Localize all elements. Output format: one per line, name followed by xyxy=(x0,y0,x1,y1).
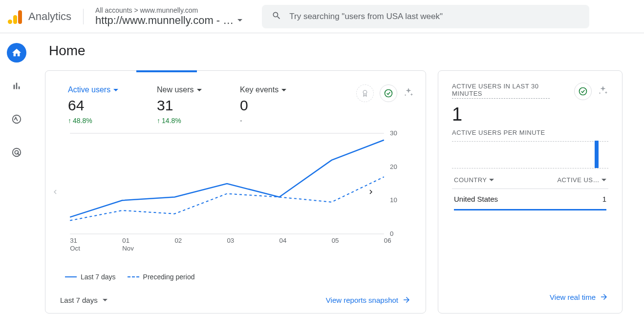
svg-text:Oct: Oct xyxy=(70,245,80,252)
sidebar-item-explore[interactable] xyxy=(7,109,26,129)
realtime-title: ACTIVE USERS IN LAST 30 MINUTES xyxy=(452,83,550,99)
line-chart: 010203031Oct01Nov0203040506 xyxy=(45,125,426,273)
metric-label-text: Key events xyxy=(240,85,279,94)
metric-tab-key-events[interactable]: Key events xyxy=(240,85,323,94)
svg-text:02: 02 xyxy=(174,237,182,244)
search-input[interactable]: Try searching "users from USA last week" xyxy=(262,5,589,28)
realtime-bar-chart xyxy=(452,141,608,168)
realtime-table-row: United States 1 xyxy=(452,189,608,209)
legend-current: Last 7 days xyxy=(65,273,116,281)
sidebar-item-advertising[interactable] xyxy=(7,143,26,162)
realtime-sort-country[interactable]: COUNTRY xyxy=(454,176,494,184)
analytics-logo-icon xyxy=(8,9,22,24)
account-selector[interactable]: All accounts > www.munnelly.com http://w… xyxy=(95,6,242,27)
realtime-bar xyxy=(595,141,599,168)
svg-text:Nov: Nov xyxy=(122,245,134,252)
chevron-down-icon xyxy=(103,299,107,301)
overview-card: Active users 64 ↑ 48.8% New users xyxy=(45,70,426,314)
svg-text:0: 0 xyxy=(390,230,393,237)
product-name: Analytics xyxy=(28,10,71,23)
svg-point-20 xyxy=(580,88,587,95)
metric-tab-new-users[interactable]: New users xyxy=(157,85,240,94)
svg-text:10: 10 xyxy=(390,196,397,204)
realtime-sort-users[interactable]: ACTIVE US… xyxy=(557,176,606,184)
chevron-down-icon xyxy=(197,89,202,91)
search-icon xyxy=(272,11,281,22)
chevron-down-icon xyxy=(281,89,286,91)
svg-text:03: 03 xyxy=(227,237,235,244)
metric-value: 31 xyxy=(157,97,240,114)
breadcrumb: All accounts > www.munnelly.com xyxy=(95,6,242,14)
metric-tab-active-users[interactable]: Active users xyxy=(68,85,151,94)
realtime-subtitle: ACTIVE USERS PER MINUTE xyxy=(452,129,608,136)
chevron-down-icon xyxy=(237,19,242,21)
metric-change: ↑ 48.8% xyxy=(68,117,151,125)
metric-change: ↑ 14.8% xyxy=(157,117,240,125)
legend-previous: Preceding period xyxy=(128,273,195,281)
sidebar-item-home[interactable] xyxy=(7,43,26,63)
data-quality-icon[interactable] xyxy=(574,83,592,100)
svg-text:05: 05 xyxy=(332,237,339,244)
page-title: Home xyxy=(49,43,632,59)
realtime-active-users: 1 xyxy=(452,104,608,125)
metric-label-text: New users xyxy=(157,85,194,94)
svg-text:30: 30 xyxy=(390,130,397,137)
realtime-country: United States xyxy=(454,195,498,203)
svg-text:31: 31 xyxy=(70,237,77,244)
svg-text:04: 04 xyxy=(279,237,287,244)
property-name: http://www.munnelly.com - … xyxy=(95,14,234,27)
search-placeholder: Try searching "users from USA last week" xyxy=(289,12,443,21)
metric-change-empty: - xyxy=(240,117,323,125)
realtime-users: 1 xyxy=(602,195,606,203)
realtime-row-bar xyxy=(454,209,606,210)
arrow-up-icon: ↑ xyxy=(157,117,160,125)
view-realtime-link[interactable]: View real time xyxy=(550,293,608,301)
metric-value: 0 xyxy=(240,97,323,114)
arrow-up-icon: ↑ xyxy=(68,117,71,125)
legend-line-icon xyxy=(65,276,77,277)
metric-label-text: Active users xyxy=(68,85,110,94)
svg-text:01: 01 xyxy=(122,237,129,244)
svg-point-1 xyxy=(13,148,21,157)
sidebar-item-reports[interactable] xyxy=(7,76,26,96)
header-divider xyxy=(83,9,84,24)
svg-text:06: 06 xyxy=(384,237,391,244)
chevron-down-icon xyxy=(489,179,494,181)
date-range-selector[interactable]: Last 7 days xyxy=(60,296,107,304)
metric-value: 64 xyxy=(68,97,151,114)
view-reports-link[interactable]: View reports snapshot xyxy=(326,295,411,304)
sparkle-icon[interactable] xyxy=(598,85,608,98)
legend-dash-icon xyxy=(128,276,139,277)
chevron-down-icon xyxy=(113,89,118,91)
svg-text:20: 20 xyxy=(390,163,397,170)
realtime-card: ACTIVE USERS IN LAST 30 MINUTES 1 ACTIVE… xyxy=(438,70,623,314)
scroll-right-button[interactable] xyxy=(365,186,377,198)
scroll-left-button[interactable] xyxy=(49,186,61,198)
chevron-down-icon xyxy=(601,179,606,181)
